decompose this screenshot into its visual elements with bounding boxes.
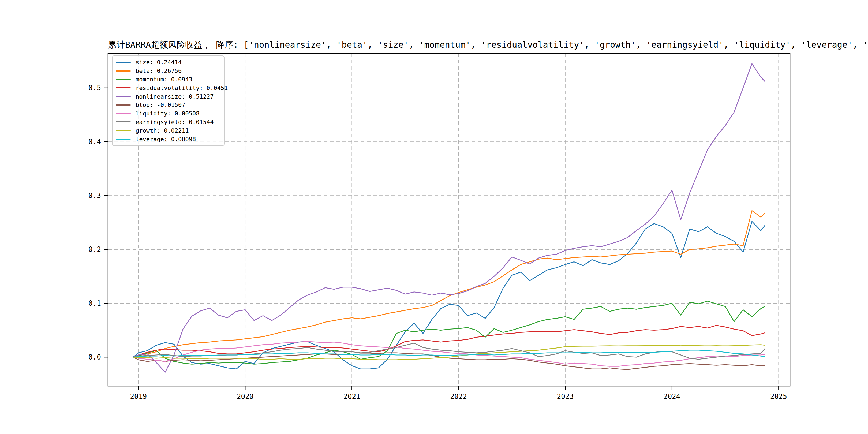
series-line-nonlinearsize [133, 64, 765, 372]
legend-item-size: size: 0.24414 [116, 58, 221, 66]
legend-swatch-nonlinearsize [116, 96, 131, 97]
y-tick-label-0.0: 0.0 [88, 353, 101, 361]
legend-label-growth: growth: 0.02211 [135, 127, 189, 134]
legend-label-residualvolatility: residualvolatility: 0.0451 [135, 85, 228, 91]
series-line-beta [133, 211, 765, 357]
legend-item-growth: growth: 0.02211 [116, 126, 221, 134]
legend-swatch-btop [116, 104, 131, 105]
series-line-size [133, 222, 765, 369]
y-tick-label-0.3: 0.3 [88, 191, 101, 199]
y-tick-label-0.1: 0.1 [88, 299, 101, 307]
figure: 累计BARRA超额风险收益， 降序: ['nonlinearsize', 'be… [0, 0, 868, 434]
legend-label-momentum: momentum: 0.0943 [135, 76, 192, 83]
legend-item-residualvolatility: residualvolatility: 0.0451 [116, 84, 221, 92]
y-tick-label-0.4: 0.4 [88, 138, 101, 146]
legend-label-beta: beta: 0.26756 [135, 67, 182, 74]
x-tick-label-2019: 2019 [130, 393, 147, 401]
x-tick-label-2021: 2021 [343, 393, 360, 401]
legend-item-liquidity: liquidity: 0.00508 [116, 110, 221, 118]
legend-item-beta: beta: 0.26756 [116, 67, 221, 75]
legend-swatch-residualvolatility [116, 87, 131, 88]
legend: size: 0.24414beta: 0.26756momentum: 0.09… [112, 56, 224, 146]
legend-swatch-earningsyield [116, 121, 131, 122]
x-tick-label-2024: 2024 [663, 393, 680, 401]
legend-swatch-size [116, 62, 131, 63]
legend-swatch-beta [116, 70, 131, 71]
legend-item-earningsyield: earningsyield: 0.01544 [116, 118, 221, 126]
x-tick-label-2025: 2025 [770, 393, 787, 401]
legend-label-btop: btop: -0.01507 [135, 101, 185, 108]
x-tick-label-2022: 2022 [450, 393, 467, 401]
legend-item-btop: btop: -0.01507 [116, 101, 221, 109]
legend-swatch-leverage [116, 138, 131, 140]
legend-label-liquidity: liquidity: 0.00508 [135, 110, 199, 117]
legend-swatch-growth [116, 130, 131, 131]
legend-label-leverage: leverage: 0.00098 [135, 136, 196, 143]
series-line-growth [133, 345, 765, 360]
y-tick-label-0.2: 0.2 [88, 245, 101, 253]
legend-swatch-liquidity [116, 113, 131, 114]
legend-item-leverage: leverage: 0.00098 [116, 135, 221, 143]
x-tick-label-2023: 2023 [557, 393, 574, 401]
legend-swatch-momentum [116, 79, 131, 80]
legend-item-nonlinearsize: nonlinearsize: 0.51227 [116, 92, 221, 100]
y-tick-label-0.5: 0.5 [88, 84, 101, 92]
legend-label-earningsyield: earningsyield: 0.01544 [135, 119, 214, 125]
legend-item-momentum: momentum: 0.0943 [116, 75, 221, 83]
legend-label-nonlinearsize: nonlinearsize: 0.51227 [135, 93, 214, 100]
legend-label-size: size: 0.24414 [135, 59, 182, 66]
x-tick-label-2020: 2020 [237, 393, 254, 401]
